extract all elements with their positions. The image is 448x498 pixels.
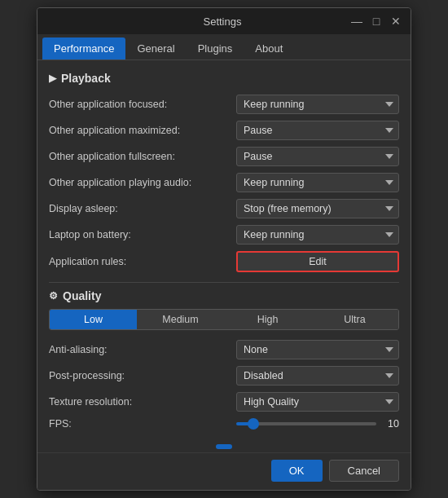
quality-row-0: Anti-aliasing: None 2x MSAA 4x MSAA <box>49 337 399 363</box>
quality-tab-bar: Low Medium High Ultra <box>49 309 399 330</box>
quality-tab-low[interactable]: Low <box>50 310 137 329</box>
section-divider <box>49 282 399 283</box>
quality-label-1: Post-processing: <box>49 370 236 381</box>
window-controls: — □ ✕ <box>350 15 402 28</box>
quality-control-1[interactable]: Disabled Enabled <box>236 366 399 386</box>
playback-row-4: Display asleep: Keep running Pause Stop … <box>49 196 399 222</box>
quality-label-2: Texture resolution: <box>49 396 236 408</box>
quality-section-header: ⚙ Quality <box>49 289 399 302</box>
row-control-1[interactable]: Keep running Pause Stop (free memory) <box>236 121 399 140</box>
maximize-button[interactable]: □ <box>370 15 383 28</box>
tab-about[interactable]: About <box>244 37 294 59</box>
main-content: ▶ Playback Other application focused: Ke… <box>37 60 411 452</box>
fps-value: 10 <box>383 418 399 430</box>
fps-row: FPS: 10 <box>49 415 399 433</box>
playback-icon: ▶ <box>49 73 56 84</box>
row-control-4[interactable]: Keep running Pause Stop (free memory) <box>236 199 399 218</box>
playback-row-2: Other application fullscreen: Keep runni… <box>49 143 399 170</box>
fps-label: FPS: <box>49 418 236 430</box>
row-control-0[interactable]: Keep running Pause Stop (free memory) <box>236 95 399 114</box>
tab-general[interactable]: General <box>125 37 186 59</box>
quality-row-2: Texture resolution: Low Medium High Qual… <box>49 389 399 415</box>
quality-control-2[interactable]: Low Medium High Quality <box>236 392 399 412</box>
row-control-2[interactable]: Keep running Pause Stop (free memory) <box>236 147 399 166</box>
row-label-4: Display asleep: <box>49 203 236 214</box>
app-rules-row: Application rules: Edit <box>49 248 399 275</box>
tab-performance[interactable]: Performance <box>42 37 125 59</box>
cancel-button[interactable]: Cancel <box>329 460 399 482</box>
tab-plugins[interactable]: Plugins <box>187 37 244 59</box>
settings-window: Settings — □ ✕ Performance General Plugi… <box>37 7 411 491</box>
playback-row-3: Other application playing audio: Keep ru… <box>49 170 399 196</box>
select-battery[interactable]: Keep running Pause Stop (free memory) <box>236 225 399 245</box>
minimize-button[interactable]: — <box>350 15 363 28</box>
edit-button-wrap: Edit <box>236 251 399 272</box>
quality-tab-high[interactable]: High <box>224 310 311 329</box>
select-postprocessing[interactable]: Disabled Enabled <box>236 366 399 386</box>
quality-control-0[interactable]: None 2x MSAA 4x MSAA <box>236 340 399 359</box>
quality-tab-ultra[interactable]: Ultra <box>311 310 398 329</box>
row-label-1: Other application maximized: <box>49 125 236 136</box>
select-texture[interactable]: Low Medium High Quality <box>236 392 399 412</box>
select-app-fullscreen[interactable]: Keep running Pause Stop (free memory) <box>236 147 399 166</box>
quality-label-0: Anti-aliasing: <box>49 344 236 355</box>
quality-icon: ⚙ <box>49 290 58 302</box>
quality-section-label: Quality <box>63 289 101 302</box>
playback-row-5: Laptop on battery: Keep running Pause St… <box>49 222 399 248</box>
footer: OK Cancel <box>37 452 411 490</box>
row-label-0: Other application focused: <box>49 99 236 110</box>
scroll-indicator <box>37 443 411 452</box>
select-app-focused[interactable]: Keep running Pause Stop (free memory) <box>236 95 399 114</box>
window-title: Settings <box>94 15 350 28</box>
row-label-5: Laptop on battery: <box>49 229 236 240</box>
select-display-asleep[interactable]: Keep running Pause Stop (free memory) <box>236 199 399 218</box>
quality-tab-medium[interactable]: Medium <box>137 310 224 329</box>
close-button[interactable]: ✕ <box>389 15 402 28</box>
scroll-dot <box>216 444 232 449</box>
titlebar: Settings — □ ✕ <box>37 8 411 34</box>
quality-row-1: Post-processing: Disabled Enabled <box>49 363 399 389</box>
row-control-3[interactable]: Keep running Pause Stop (free memory) <box>236 173 399 192</box>
fps-slider[interactable] <box>236 422 376 425</box>
row-label-2: Other application fullscreen: <box>49 151 236 162</box>
app-rules-label: Application rules: <box>49 256 236 267</box>
playback-section-header: ▶ Playback <box>49 72 399 85</box>
ok-button[interactable]: OK <box>271 460 323 482</box>
row-label-3: Other application playing audio: <box>49 177 236 188</box>
edit-button[interactable]: Edit <box>236 251 399 272</box>
content-area: ▶ Playback Other application focused: Ke… <box>37 60 411 443</box>
playback-row-1: Other application maximized: Keep runnin… <box>49 117 399 143</box>
select-app-maximized[interactable]: Keep running Pause Stop (free memory) <box>236 121 399 140</box>
fps-slider-wrap: 10 <box>236 418 399 430</box>
playback-row-0: Other application focused: Keep running … <box>49 91 399 117</box>
select-app-audio[interactable]: Keep running Pause Stop (free memory) <box>236 173 399 192</box>
tab-bar: Performance General Plugins About <box>37 34 411 60</box>
row-control-5[interactable]: Keep running Pause Stop (free memory) <box>236 225 399 245</box>
select-antialiasing[interactable]: None 2x MSAA 4x MSAA <box>236 340 399 359</box>
playback-section-label: Playback <box>61 72 111 85</box>
